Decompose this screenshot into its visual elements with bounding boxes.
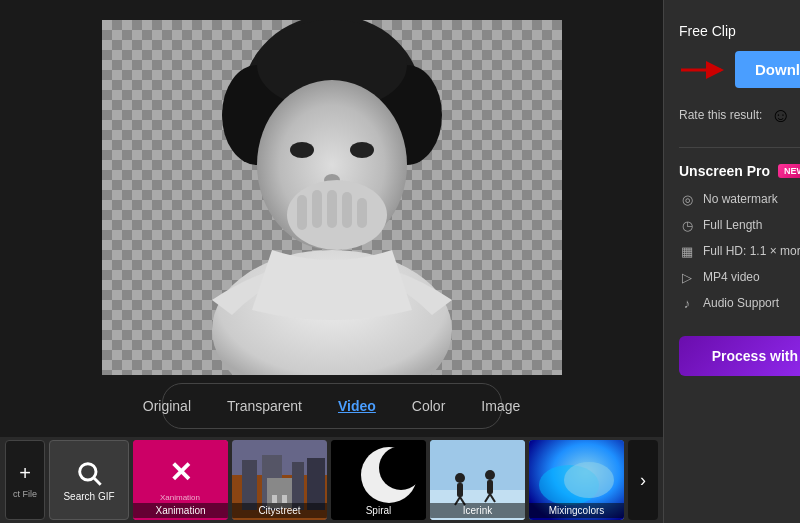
tab-image[interactable]: Image (463, 392, 538, 420)
thumb-mixingcolors[interactable]: Mixingcolors (529, 440, 624, 520)
citystreet-label: Citystreet (232, 503, 327, 518)
add-file-button[interactable]: + ct File (5, 440, 45, 520)
pro-title: Unscreen Pro NEW (679, 163, 800, 179)
svg-rect-13 (357, 198, 367, 228)
feature-mp4: ▷ MP4 video (679, 269, 800, 285)
tabs-bar: Original Transparent Video Color Image (162, 383, 502, 429)
svg-point-38 (485, 470, 495, 480)
svg-rect-28 (282, 495, 287, 503)
feature-no-watermark: ◎ No watermark (679, 191, 800, 207)
transparent-background (102, 20, 562, 375)
search-gif-button[interactable]: Search GIF (49, 440, 129, 520)
pro-title-text: Unscreen Pro (679, 163, 770, 179)
svg-rect-39 (487, 480, 493, 494)
thumb-icerink[interactable]: Icerink (430, 440, 525, 520)
new-badge: NEW (778, 164, 800, 178)
red-arrow-icon (679, 60, 727, 80)
download-area: Download ▾ (679, 51, 800, 88)
svg-point-6 (350, 142, 374, 158)
audio-label: Audio Support (703, 296, 779, 310)
tab-video[interactable]: Video (320, 392, 394, 420)
happy-emoji-button[interactable]: ☺ (770, 104, 790, 127)
thumb-xanimation[interactable]: ✕ Xanimation Xanimation (133, 440, 228, 520)
svg-rect-9 (297, 195, 307, 230)
svg-rect-11 (327, 190, 337, 228)
add-file-label: ct File (13, 489, 37, 499)
feature-full-hd: ▦ Full HD: 1.1 × more pixels (679, 243, 800, 259)
no-watermark-icon: ◎ (679, 191, 695, 207)
free-clip-label: Free Clip (679, 23, 800, 39)
no-watermark-label: No watermark (703, 192, 778, 206)
svg-point-34 (455, 473, 465, 483)
svg-line-16 (94, 478, 100, 484)
right-panel: ✕ Free Clip Download ▾ Rate this resu (663, 0, 800, 523)
mixingcolors-label: Mixingcolors (529, 503, 624, 518)
download-arrow (679, 58, 727, 82)
rate-label: Rate this result: (679, 108, 762, 122)
xanimation-label: Xanimation (133, 503, 228, 518)
tab-color[interactable]: Color (394, 392, 463, 420)
svg-rect-35 (457, 483, 463, 497)
download-button[interactable]: Download (735, 51, 800, 88)
audio-icon: ♪ (679, 295, 695, 311)
plus-icon: + (19, 462, 31, 485)
feature-full-length: ◷ Full Length (679, 217, 800, 233)
svg-point-31 (379, 446, 423, 490)
svg-text:Xanimation: Xanimation (160, 493, 200, 502)
thumb-spiral[interactable]: Spiral (331, 440, 426, 520)
svg-rect-10 (312, 190, 322, 228)
next-button[interactable]: › (628, 440, 658, 520)
search-icon (75, 459, 103, 487)
rate-section: Rate this result: ☺ ☹ (679, 103, 800, 127)
tab-transparent[interactable]: Transparent (209, 392, 320, 420)
spiral-label: Spiral (331, 503, 426, 518)
process-pro-button[interactable]: Process with Pro (679, 336, 800, 376)
full-length-label: Full Length (703, 218, 762, 232)
icerink-label: Icerink (430, 503, 525, 518)
svg-rect-12 (342, 192, 352, 228)
svg-rect-27 (272, 495, 277, 503)
svg-point-5 (290, 142, 314, 158)
main-layout: Original Transparent Video Color Image +… (0, 0, 800, 523)
svg-point-15 (80, 463, 96, 479)
full-length-icon: ◷ (679, 217, 695, 233)
full-hd-label: Full HD: 1.1 × more pixels (703, 244, 800, 258)
image-container (0, 0, 663, 375)
mp4-label: MP4 video (703, 270, 760, 284)
svg-text:✕: ✕ (169, 457, 192, 488)
search-gif-label: Search GIF (63, 491, 114, 502)
mp4-icon: ▷ (679, 269, 695, 285)
portrait-svg (102, 20, 562, 375)
canvas-area: Original Transparent Video Color Image +… (0, 0, 663, 523)
svg-point-44 (564, 462, 614, 498)
thumb-citystreet[interactable]: Citystreet (232, 440, 327, 520)
tab-original[interactable]: Original (125, 392, 209, 420)
pro-section: Unscreen Pro NEW ◎ No watermark ◷ Full L… (679, 147, 800, 376)
full-hd-icon: ▦ (679, 243, 695, 259)
feature-audio: ♪ Audio Support (679, 295, 800, 311)
thumbnails-bar: + ct File Search GIF ✕ Xanimation Xanima… (0, 437, 663, 523)
